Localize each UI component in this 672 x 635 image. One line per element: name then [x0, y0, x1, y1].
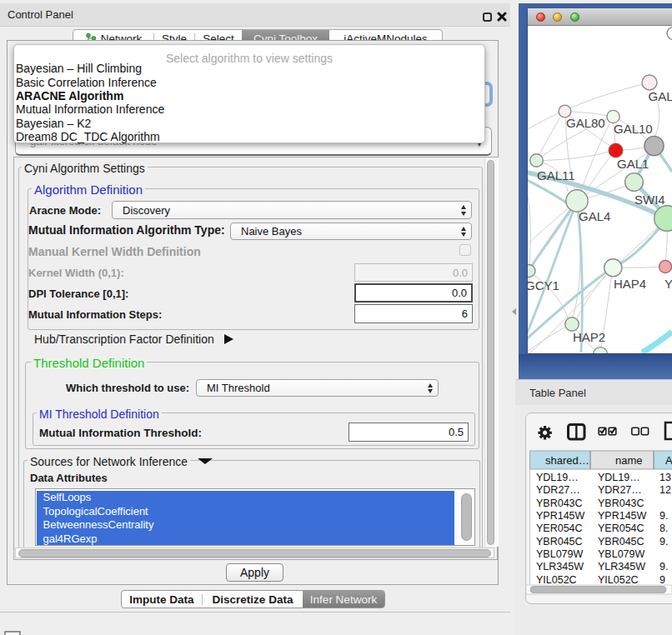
svg-text:GCY1: GCY1 — [528, 278, 559, 292]
svg-text:GAL80: GAL80 — [566, 116, 605, 130]
svg-text:YDR27…: YDR27… — [536, 484, 580, 496]
svg-text:YBL079W: YBL079W — [598, 548, 644, 560]
svg-text:YBR043C: YBR043C — [598, 498, 644, 509]
svg-text:9.: 9. — [659, 561, 668, 572]
svg-text:YBR043C: YBR043C — [536, 498, 583, 509]
svg-text:YLR345W: YLR345W — [598, 561, 645, 572]
svg-text:GAL4: GAL4 — [579, 209, 610, 223]
svg-text:name: name — [615, 454, 643, 467]
svg-text:Av: Av — [665, 454, 672, 467]
svg-text:YBR045C: YBR045C — [598, 536, 644, 548]
svg-text:YER054C: YER054C — [598, 522, 644, 534]
svg-text:YPR145W: YPR145W — [598, 510, 647, 522]
svg-text:9.: 9. — [659, 536, 668, 548]
svg-text:GAL1: GAL1 — [617, 157, 649, 171]
svg-text:9: 9 — [659, 574, 665, 586]
svg-text:YDL19…: YDL19… — [598, 472, 640, 483]
svg-text:YLR345W: YLR345W — [536, 561, 584, 572]
svg-text:8.: 8. — [659, 522, 668, 534]
svg-text:HAP2: HAP2 — [573, 330, 605, 344]
svg-text:YDR27…: YDR27… — [598, 484, 642, 496]
svg-text:YBL079W: YBL079W — [536, 548, 583, 560]
svg-text:SWI4: SWI4 — [634, 192, 665, 207]
svg-text:YIL052C: YIL052C — [598, 574, 639, 586]
svg-text:GAL7: GAL7 — [649, 89, 672, 103]
svg-text:GAL10: GAL10 — [614, 122, 653, 136]
svg-text:YIL052C: YIL052C — [536, 574, 577, 586]
svg-text:YPR145W: YPR145W — [536, 510, 585, 522]
svg-text:YBR045C: YBR045C — [536, 536, 583, 548]
svg-text:9.: 9. — [659, 510, 668, 522]
svg-text:YER054C: YER054C — [536, 522, 583, 534]
svg-text:13: 13 — [659, 472, 671, 483]
svg-text:shared…: shared… — [545, 454, 589, 467]
svg-text:YJ: YJ — [664, 277, 672, 291]
svg-text:HAP4: HAP4 — [614, 277, 646, 291]
svg-text:YDL19…: YDL19… — [536, 472, 579, 483]
svg-text:12: 12 — [659, 484, 671, 496]
svg-text:GAL11: GAL11 — [537, 168, 575, 182]
